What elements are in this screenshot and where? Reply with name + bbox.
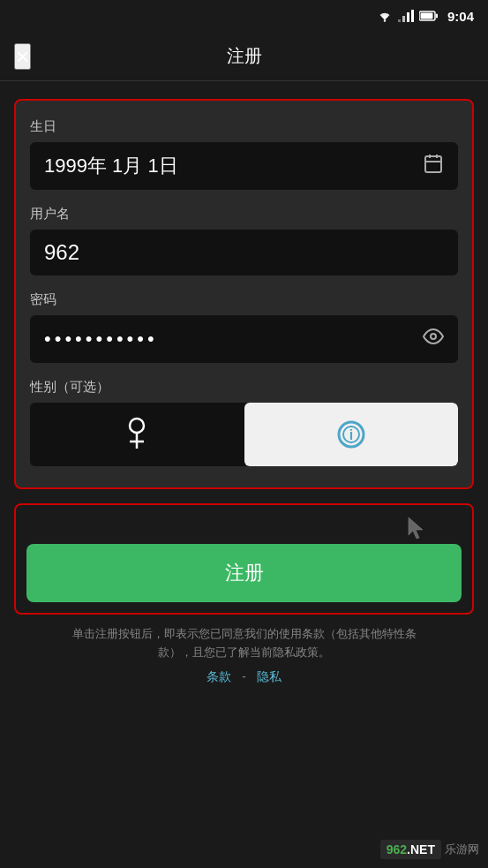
gender-label: 性别（可选） [30, 379, 458, 396]
status-bar: 9:04 [0, 0, 488, 32]
terms-links: 条款 - 隐私 [0, 669, 488, 685]
svg-text:i: i [349, 427, 353, 442]
password-input[interactable] [44, 328, 423, 351]
birthday-field-group: 生日 [30, 118, 458, 190]
privacy-link[interactable]: 隐私 [257, 669, 282, 683]
register-container: 注册 [14, 503, 474, 615]
svg-rect-6 [436, 14, 438, 19]
terms-line2: 款），且您已了解当前隐私政策。 [158, 645, 330, 659]
cursor-icon [405, 516, 426, 540]
svg-point-12 [431, 334, 436, 339]
terms-line1: 单击注册按钮后，即表示您已同意我们的使用条款（包括其他特性条 [72, 627, 417, 640]
svg-rect-3 [407, 12, 409, 22]
username-input-wrapper[interactable] [30, 230, 458, 275]
password-input-wrapper[interactable] [30, 315, 458, 363]
terms-separator: - [242, 669, 246, 683]
status-icons: 9:04 [377, 9, 474, 24]
watermark-suffix: 乐游网 [445, 842, 479, 857]
eye-icon[interactable] [423, 326, 444, 352]
terms-text: 单击注册按钮后，即表示您已同意我们的使用条款（包括其他特性条 款），且您已了解当… [14, 625, 474, 662]
wifi-icon [377, 10, 393, 22]
watermark-number: 962 [387, 842, 407, 857]
username-field-group: 用户名 [30, 206, 458, 275]
username-label: 用户名 [30, 206, 458, 223]
svg-point-13 [130, 419, 144, 433]
top-bar: × 注册 [0, 32, 488, 81]
svg-rect-7 [420, 13, 432, 19]
form-container: 生日 用户名 密码 [14, 99, 474, 489]
gender-female[interactable] [30, 403, 244, 466]
cursor-area [26, 516, 462, 540]
birthday-input-wrapper[interactable] [30, 142, 458, 190]
terms-link[interactable]: 条款 [206, 669, 231, 683]
password-field-group: 密码 [30, 291, 458, 363]
close-button[interactable]: × [14, 43, 31, 70]
password-label: 密码 [30, 291, 458, 308]
birthday-label: 生日 [30, 118, 458, 135]
gender-male[interactable]: i [244, 403, 459, 466]
watermark: 962.NET 乐游网 [380, 840, 479, 859]
birthday-input[interactable] [44, 155, 423, 177]
watermark-net: .NET [407, 842, 435, 857]
signal-icon [398, 10, 414, 22]
svg-point-0 [384, 19, 386, 21]
calendar-icon[interactable] [423, 153, 444, 179]
username-input[interactable] [44, 240, 444, 265]
page-title: 注册 [227, 44, 262, 68]
battery-icon [419, 11, 439, 21]
svg-rect-8 [425, 156, 441, 172]
status-time: 9:04 [447, 9, 474, 24]
svg-rect-4 [411, 10, 414, 22]
svg-rect-1 [398, 19, 401, 22]
watermark-box: 962.NET [380, 840, 441, 859]
gender-field-group: 性别（可选） i [30, 379, 458, 466]
svg-rect-2 [402, 16, 405, 22]
gender-selector: i [30, 403, 458, 466]
register-button[interactable]: 注册 [26, 544, 462, 602]
